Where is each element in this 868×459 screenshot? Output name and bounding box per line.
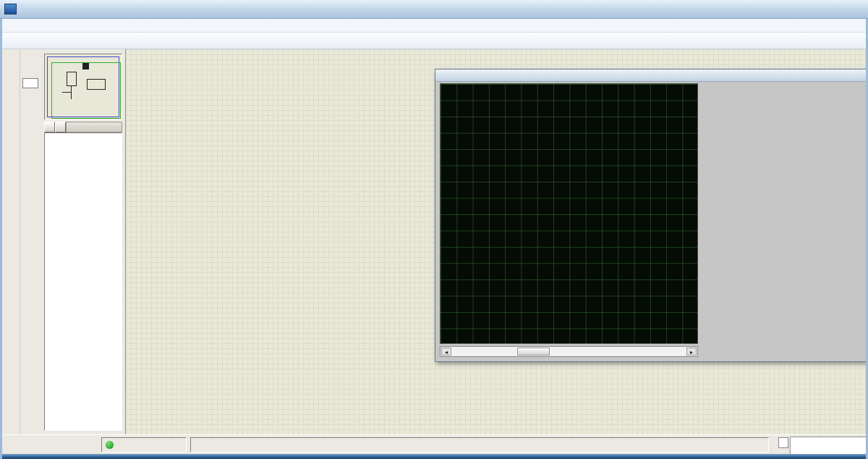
rotate-cw-button[interactable] [22, 50, 38, 63]
scroll-right-icon[interactable]: ► [686, 348, 697, 355]
flip-vertical-button[interactable] [22, 112, 38, 125]
scroll-left-icon[interactable]: ◄ [441, 348, 451, 355]
overview-minimap[interactable] [44, 54, 122, 120]
left-panel [42, 49, 124, 434]
rotate-ccw-button[interactable] [22, 64, 38, 77]
window-bottom-border [0, 454, 868, 459]
minimap-shape [62, 92, 72, 93]
oscilloscope-screen [440, 83, 698, 344]
app-window: ◄ ► [0, 0, 868, 459]
angle-field[interactable] [22, 78, 38, 88]
devices-header [66, 122, 122, 132]
title-bar[interactable] [0, 0, 868, 19]
library-button[interactable] [55, 122, 66, 132]
menu-bar [0, 19, 868, 33]
minimap-shape [82, 63, 89, 70]
orientation-toolbar [20, 49, 42, 434]
minimap-shape [71, 86, 72, 99]
toolbar [0, 33, 868, 49]
mode-toolbar [0, 49, 20, 434]
oscilloscope-window[interactable]: ◄ ► [435, 69, 868, 362]
minimap-view-rect [51, 62, 121, 119]
pick-devices-button[interactable] [44, 122, 55, 132]
message-status[interactable] [101, 437, 187, 452]
oscilloscope-panels [699, 83, 868, 362]
flip-horizontal-button[interactable] [22, 98, 38, 111]
oscilloscope-scrollbar[interactable]: ◄ ► [440, 346, 698, 357]
window-left-border [0, 19, 2, 459]
minimap-shape [67, 72, 77, 86]
main-area: ◄ ► [0, 49, 868, 434]
app-icon [4, 4, 17, 14]
plus-button[interactable] [778, 437, 788, 448]
info-icon [106, 441, 114, 449]
animation-status [190, 437, 769, 452]
devices-list[interactable] [44, 132, 122, 431]
scroll-thumb[interactable] [517, 348, 550, 355]
status-bar [0, 434, 868, 454]
oscilloscope-titlebar[interactable] [435, 70, 868, 82]
minimap-shape [87, 79, 106, 90]
